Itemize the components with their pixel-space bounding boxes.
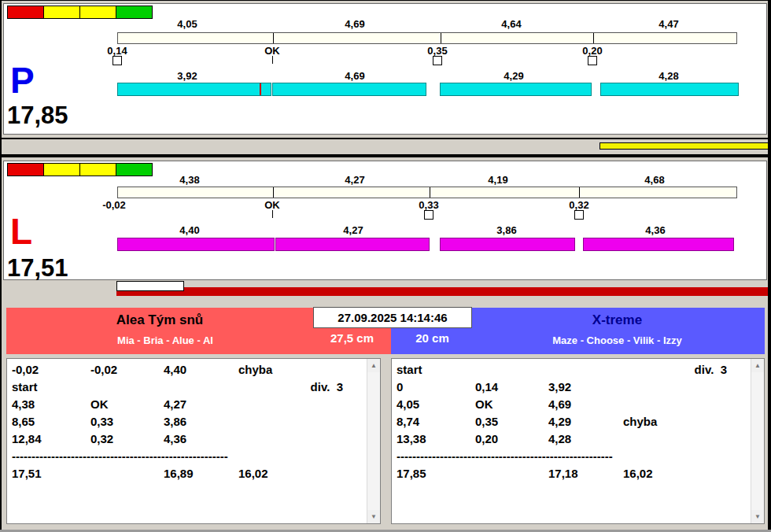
log-cell: 0,32 [90, 430, 164, 448]
scale-tick [273, 33, 274, 43]
log-row: 8,740,354,29chyba [397, 413, 751, 430]
light-green-segment [116, 6, 152, 18]
log-cell: 3,92 [548, 379, 623, 396]
lane-l-dog-time-1: 4,40 [150, 224, 229, 236]
lane-p-fault-checkbox-3[interactable] [433, 56, 442, 65]
lane-p-fault-checkbox-4[interactable] [588, 56, 597, 65]
log-cell [694, 430, 751, 448]
light-yellow-segment-1 [43, 164, 79, 175]
log-cell: 17,51 [12, 465, 90, 482]
log-cell: 4,29 [548, 413, 623, 430]
lane-l-scale-split-1: 4,38 [150, 174, 229, 186]
log-cell [238, 413, 309, 430]
heat-progress-marker [116, 281, 184, 291]
log-cell [309, 413, 367, 430]
log-cell: -0,02 [90, 361, 164, 379]
light-red-segment [8, 164, 43, 175]
divider-line-bottom [0, 154, 771, 157]
lane-l-time-bar-3 [440, 238, 575, 251]
scroll-up-icon[interactable]: ▲ [367, 359, 380, 372]
log-cell [309, 361, 367, 379]
log-cell: start [12, 379, 90, 396]
scroll-down-icon[interactable]: ▼ [367, 510, 380, 523]
log-cell [694, 396, 751, 413]
lane-l-letter: L [10, 213, 32, 249]
lane-p-split-scale [117, 32, 737, 44]
lane-p-time-bar-3 [440, 83, 592, 96]
log-cell: 16,89 [164, 465, 238, 482]
lane-p-time-bar-2 [272, 83, 426, 96]
log-cell: 4,05 [397, 396, 475, 413]
lane-p-bar-marker [260, 83, 261, 95]
light-yellow-segment-2 [79, 6, 116, 18]
run-log-left-content: -0,02-0,024,40chybastartdiv. 34,38OK4,27… [7, 361, 367, 523]
log-cell [309, 465, 367, 482]
log-cell: 0,35 [475, 413, 548, 430]
start-light-bar [7, 6, 153, 19]
log-cell: start [397, 361, 475, 379]
log-cell [238, 379, 309, 396]
lane-p-letter: P [10, 62, 35, 98]
log-cell: 8,74 [397, 413, 475, 430]
lane-p-fault-checkbox-1[interactable] [113, 56, 122, 65]
lane-l-scale-split-2: 4,27 [315, 174, 394, 186]
log-cell [309, 396, 367, 413]
log-cell [623, 361, 694, 379]
lane-p-time-bar-4 [600, 83, 739, 96]
run-log-right[interactable]: startdiv. 300,143,924,05OK4,698,740,354,… [391, 358, 765, 524]
log-cell: 0 [397, 379, 475, 396]
lane-p-scale-split-2: 4,69 [315, 18, 394, 30]
team-right-members: Maze - Choose - Vilik - Izzy [470, 334, 765, 346]
lane-l-fault-checkbox-4[interactable] [574, 210, 584, 220]
log-cell: 0,20 [475, 430, 548, 448]
log-row: 8,650,333,86 [12, 413, 367, 430]
log-cell: 0,33 [90, 413, 164, 430]
log-cell [475, 361, 548, 379]
light-red-segment [8, 6, 43, 18]
team-left-members: Mia - Bria - Alue - Al [6, 334, 324, 346]
team-left-name: Alea Tým snů [6, 312, 313, 328]
run-log-left-scrollbar[interactable]: ▲ ▼ [367, 359, 380, 523]
divider-line-top [0, 138, 771, 139]
log-cell: OK [90, 396, 164, 413]
light-green-segment [116, 164, 152, 175]
run-log-right-content: startdiv. 300,143,924,05OK4,698,740,354,… [392, 361, 751, 523]
log-row: 00,143,92 [397, 379, 751, 396]
log-cell: OK [475, 396, 548, 413]
log-cell [548, 361, 623, 379]
scale-tick [430, 187, 430, 198]
log-row: 17,8517,1816,02 [397, 465, 751, 482]
scroll-up-icon[interactable]: ▲ [751, 359, 764, 372]
scale-tick [273, 187, 274, 198]
light-yellow-segment-1 [43, 6, 79, 18]
lane-p-dog-time-3: 4,29 [474, 70, 553, 82]
log-cell: 16,02 [238, 465, 309, 482]
lane-l-time-bar-4 [583, 238, 734, 251]
log-cell: 4,40 [164, 361, 238, 379]
run-log-left[interactable]: -0,02-0,024,40chybastartdiv. 34,38OK4,27… [6, 358, 381, 524]
lane-p-cross-2: OK [233, 45, 312, 57]
scroll-down-icon[interactable]: ▼ [751, 510, 764, 523]
lane-l-dog-time-3: 3,86 [467, 224, 546, 236]
lane-panel-left: 4,38 4,27 4,19 4,68 -0,02 OK 0,33 0,32 4… [3, 161, 767, 280]
log-cell [90, 465, 164, 482]
log-cell: div. 3 [309, 379, 367, 396]
start-light-bar [7, 163, 153, 176]
lane-l-split-scale [117, 187, 737, 198]
log-cell: 4,36 [164, 430, 238, 448]
log-cell: 12,84 [12, 430, 90, 448]
lane-l-fault-checkbox-3[interactable] [424, 210, 433, 220]
lane-p-dog-time-1: 3,92 [148, 70, 227, 82]
log-row: ----------------------------------------… [12, 448, 367, 465]
log-row: -0,02-0,024,40chyba [12, 361, 367, 379]
team-right-name: X-treme [470, 312, 765, 328]
flyball-timing-window: { "colors": { "window_bg": "#d4d0c8", "p… [0, 0, 771, 532]
lane-p-total-time: 17,85 [7, 103, 68, 127]
lane-p-dog-time-2: 4,69 [315, 70, 394, 82]
window-border-right [768, 0, 771, 532]
scale-tick [593, 33, 594, 43]
log-cell: 13,38 [397, 430, 475, 448]
run-log-right-scrollbar[interactable]: ▲ ▼ [751, 359, 764, 523]
lane-p-cross-4: 0,20 [553, 45, 632, 57]
log-cell [309, 430, 367, 448]
